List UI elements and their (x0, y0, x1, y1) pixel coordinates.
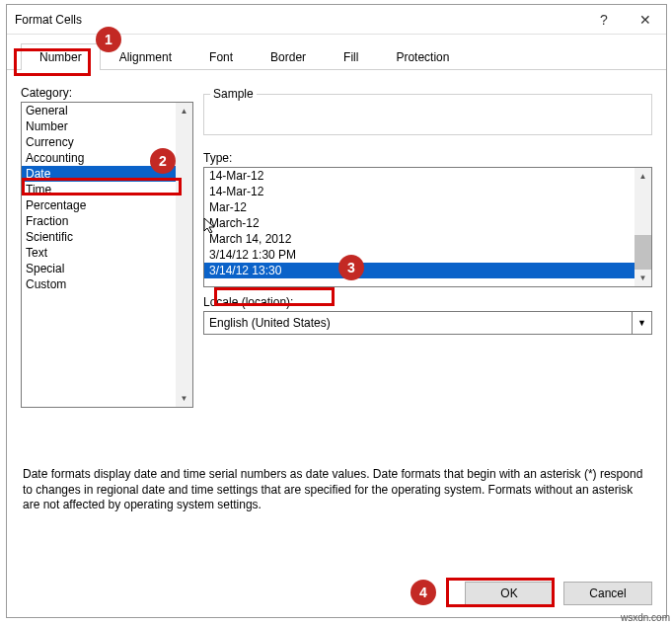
hint-text: Date formats display date and time seria… (21, 408, 652, 513)
list-item[interactable]: 3/14/12 1:30 PM (204, 247, 651, 263)
type-label: Type: (203, 151, 652, 165)
chevron-down-icon[interactable]: ▼ (632, 312, 651, 334)
scrollbar[interactable]: ▲ ▼ (176, 103, 192, 407)
format-cells-dialog: Format Cells ? ✕ Number Alignment Font B… (6, 4, 667, 618)
locale-value: English (United States) (204, 316, 632, 330)
list-item[interactable]: Percentage (22, 197, 192, 213)
tabs: Number Alignment Font Border Fill Protec… (7, 35, 666, 70)
watermark: wsxdn.com (621, 612, 670, 623)
cancel-button[interactable]: Cancel (563, 582, 652, 605)
list-item[interactable]: Scientific (22, 229, 192, 245)
list-item[interactable]: Mar-12 (204, 199, 651, 215)
list-item[interactable]: Fraction (22, 213, 192, 229)
tab-font[interactable]: Font (190, 43, 252, 70)
list-item-selected[interactable]: Date (22, 166, 192, 182)
type-listbox[interactable]: 14-Mar-12 14-Mar-12 Mar-12 March-12 Marc… (203, 167, 652, 287)
scroll-up-icon[interactable]: ▲ (635, 168, 651, 185)
tab-number[interactable]: Number (21, 43, 101, 70)
category-label: Category: (21, 86, 193, 100)
dialog-body: Category: General Number Currency Accoun… (7, 70, 666, 617)
list-item[interactable]: Custom (22, 276, 192, 292)
list-item[interactable]: Text (22, 245, 192, 261)
scroll-up-icon[interactable]: ▲ (176, 103, 192, 119)
list-item[interactable]: General (22, 103, 192, 118)
list-item[interactable]: March 14, 2012 (204, 231, 651, 247)
list-item[interactable]: Currency (22, 134, 192, 150)
ok-button[interactable]: OK (465, 582, 554, 605)
scrollbar-thumb[interactable] (635, 235, 651, 270)
sample-group: Sample (203, 94, 652, 135)
list-item-selected[interactable]: 3/14/12 13:30 (204, 263, 651, 278)
tab-border[interactable]: Border (252, 43, 325, 70)
list-item[interactable]: Time (22, 182, 192, 197)
tab-fill[interactable]: Fill (325, 43, 377, 70)
list-item[interactable]: Accounting (22, 150, 192, 166)
tab-alignment[interactable]: Alignment (101, 43, 190, 70)
dialog-footer: OK Cancel (465, 582, 652, 605)
list-item[interactable]: 14-Mar-12 (204, 168, 651, 184)
titlebar: Format Cells ? ✕ (7, 5, 666, 35)
dialog-title: Format Cells (7, 13, 583, 27)
list-item[interactable]: Number (22, 118, 192, 134)
category-listbox[interactable]: General Number Currency Accounting Date … (21, 102, 193, 408)
scrollbar[interactable]: ▲ ▼ (635, 168, 651, 286)
tab-protection[interactable]: Protection (377, 43, 468, 70)
locale-label: Locale (location): (203, 295, 652, 309)
scroll-down-icon[interactable]: ▼ (176, 390, 192, 407)
close-button[interactable]: ✕ (625, 5, 666, 35)
list-item[interactable]: 14-Mar-12 (204, 184, 651, 199)
list-item[interactable]: March-12 (204, 215, 651, 231)
scroll-down-icon[interactable]: ▼ (635, 270, 651, 286)
locale-combo[interactable]: English (United States) ▼ (203, 311, 652, 335)
list-item[interactable]: Special (22, 261, 192, 276)
sample-label: Sample (210, 87, 257, 101)
help-button[interactable]: ? (583, 5, 625, 35)
